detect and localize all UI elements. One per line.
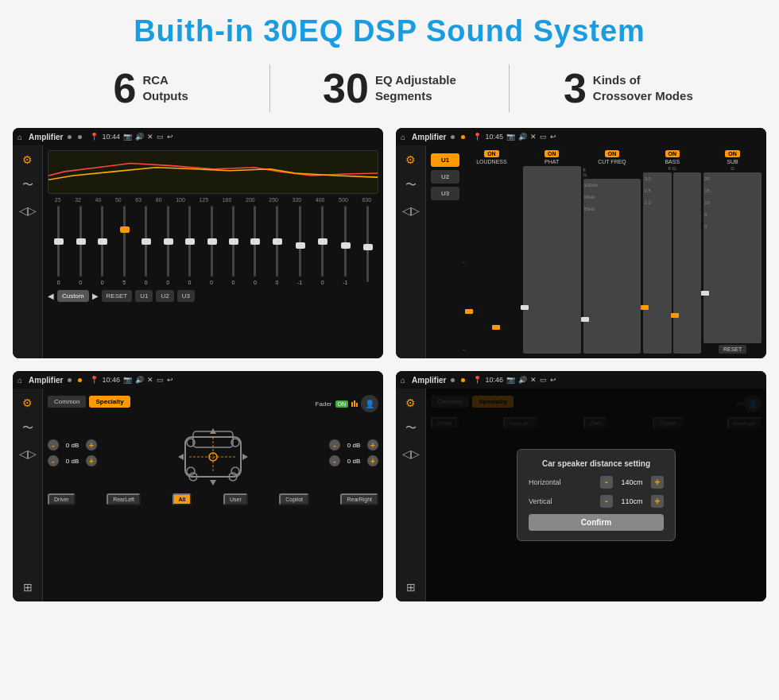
home-icon[interactable]: ⌂ [17, 133, 22, 141]
sp-fl-minus[interactable]: - [48, 439, 59, 451]
dlg-nav-expand[interactable]: ⊞ [401, 579, 421, 595]
stat-divider-1 [269, 64, 270, 112]
eq-slider-11[interactable]: -1 [297, 206, 302, 285]
eq-u1[interactable]: U1 [135, 290, 153, 302]
sp-nav-wave[interactable]: 〜 [18, 420, 37, 436]
sp-rr-minus[interactable]: - [329, 455, 340, 466]
sp-dot-2 [78, 378, 82, 382]
eq-play[interactable]: ▶ [92, 292, 99, 300]
sp-fr-minus[interactable]: - [329, 439, 340, 451]
dlg-vol-icon: 🔊 [518, 376, 527, 384]
sp-nav-vol[interactable]: ◁▷ [18, 446, 37, 462]
dialog-horizontal-minus[interactable]: - [600, 476, 613, 489]
eq-prev[interactable]: ◀ [48, 292, 54, 300]
sp-vol-icon: 🔊 [135, 376, 144, 384]
stat-eq-label: EQ AdjustableSegments [375, 68, 456, 103]
eq-preset-custom[interactable]: Custom [57, 290, 89, 302]
dsp-ch-phat: ON PHAT [523, 150, 581, 354]
dsp-reset[interactable]: RESET [719, 345, 746, 354]
sp-fl-plus[interactable]: + [86, 439, 97, 451]
eq-slider-5[interactable]: 0 [166, 206, 169, 285]
page-wrapper: Buith-in 30EQ DSP Sound System 6 RCAOutp… [0, 0, 779, 614]
dlg-nav-vol[interactable]: ◁▷ [401, 446, 421, 462]
dlg-nav-eq[interactable]: ⚙ [401, 395, 421, 411]
dsp-nav-vol[interactable]: ◁▷ [401, 203, 421, 219]
sp-location-icon: 📍 [90, 376, 99, 384]
eq-slider-7[interactable]: 0 [210, 206, 213, 285]
eq-time: 10:44 [102, 133, 120, 141]
dlg-back-icon[interactable]: ↩ [550, 376, 556, 384]
eq-nav-wave[interactable]: 〜 [18, 177, 37, 193]
dlg-nav-wave[interactable]: 〜 [401, 420, 421, 436]
eq-slider-13[interactable]: -1 [343, 206, 347, 285]
eq-reset[interactable]: RESET [102, 290, 133, 302]
sp-btn-user[interactable]: User [223, 493, 248, 505]
eq-slider-6[interactable]: 0 [188, 206, 192, 285]
sp-time: 10:46 [102, 376, 120, 384]
back-icon[interactable]: ↩ [167, 133, 173, 141]
sp-settings-icon[interactable]: 👤 [361, 395, 378, 412]
sp-rl-plus[interactable]: + [86, 455, 97, 466]
dsp-preset-u2[interactable]: U2 [431, 170, 459, 184]
dialog-vertical-plus[interactable]: + [651, 495, 664, 508]
dsp-preset-u1[interactable]: U1 [431, 153, 459, 167]
sp-rr-plus[interactable]: + [367, 455, 378, 466]
sub-toggle[interactable]: ON [725, 150, 740, 157]
eq-u2[interactable]: U2 [156, 290, 173, 302]
sp-nav-expand[interactable]: ⊞ [18, 579, 37, 595]
dsp-close-icon: ✕ [530, 133, 537, 141]
sp-tab-specialty[interactable]: Specialty [89, 396, 130, 408]
stat-rca-number: 6 [113, 68, 136, 109]
svg-marker-12 [210, 480, 216, 485]
eq-slider-3[interactable]: 5 [122, 206, 126, 285]
loudness-toggle[interactable]: ON [484, 150, 499, 157]
eq-u3[interactable]: U3 [177, 290, 195, 302]
dialog-vertical-minus[interactable]: - [600, 495, 613, 508]
sp-back-icon[interactable]: ↩ [167, 376, 173, 384]
bass-toggle[interactable]: ON [665, 150, 680, 157]
dlg-status-bar: ⌂ Amplifier 📍 10:46 📷 🔊 ✕ ▭ ↩ [396, 371, 766, 389]
cutfreq-toggle[interactable]: ON [605, 150, 620, 157]
sp-rl-val: 0 dB [61, 458, 83, 465]
dsp-home-icon[interactable]: ⌂ [401, 133, 405, 141]
phat-toggle[interactable]: ON [545, 150, 560, 157]
eq-nav-sliders[interactable]: ⚙ [18, 152, 37, 168]
dlg-dot-1 [451, 378, 455, 382]
sp-btn-driver[interactable]: Driver [48, 493, 76, 505]
dsp-time: 10:45 [485, 133, 503, 141]
dsp-nav-sliders[interactable]: ⚙ [401, 152, 421, 168]
eq-slider-14[interactable] [366, 206, 369, 285]
dsp-window-icon: ▭ [540, 133, 547, 141]
eq-slider-4[interactable]: 0 [145, 206, 148, 285]
eq-slider-1[interactable]: 0 [79, 206, 82, 285]
eq-nav-vol[interactable]: ◁▷ [18, 203, 37, 219]
sp-tab-common[interactable]: Common [48, 396, 86, 408]
dialog-horizontal-plus[interactable]: + [651, 476, 664, 489]
close-icon: ✕ [147, 133, 153, 141]
page-title: Buith-in 30EQ DSP Sound System [0, 0, 779, 56]
dsp-back-icon[interactable]: ↩ [550, 133, 556, 141]
sp-rl-minus[interactable]: - [48, 455, 59, 466]
sp-nav-eq[interactable]: ⚙ [18, 395, 37, 411]
fader-on[interactable]: ON [335, 400, 349, 408]
window-icon: ▭ [157, 133, 164, 141]
eq-slider-8[interactable]: 0 [232, 206, 235, 285]
dsp-preset-u3[interactable]: U3 [431, 187, 459, 200]
eq-slider-12[interactable]: 0 [321, 206, 324, 285]
sp-btn-all[interactable]: All [172, 493, 192, 505]
eq-slider-10[interactable]: 0 [275, 206, 278, 285]
eq-slider-9[interactable]: 0 [254, 206, 257, 285]
sp-btn-rearleft[interactable]: RearLeft [107, 493, 141, 505]
dialog-confirm-button[interactable]: Confirm [529, 514, 664, 531]
sp-home-icon[interactable]: ⌂ [17, 376, 22, 385]
dlg-home-icon[interactable]: ⌂ [401, 376, 405, 385]
sp-fr-plus[interactable]: + [367, 439, 378, 451]
dsp-title: Amplifier [412, 133, 446, 141]
stat-rca-label: RCAOutputs [142, 68, 188, 103]
eq-slider-2[interactable]: 0 [101, 206, 104, 285]
dsp-nav-wave[interactable]: 〜 [401, 177, 421, 193]
eq-slider-0[interactable]: 0 [57, 206, 60, 285]
sp-btn-rearright[interactable]: RearRight [340, 493, 378, 505]
sp-btn-copilot[interactable]: Copilot [279, 493, 309, 505]
dsp-vol-icon: 🔊 [518, 133, 527, 141]
